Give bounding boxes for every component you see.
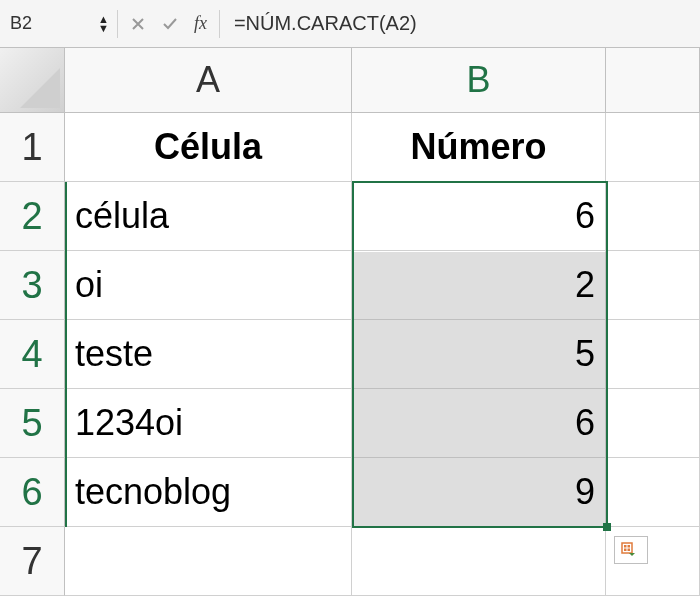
cell-B3[interactable]: 2 (352, 251, 606, 320)
confirm-icon[interactable] (158, 12, 182, 36)
cell-C3[interactable] (606, 251, 700, 320)
row-header-4[interactable]: 4 (0, 320, 65, 389)
cell-A4[interactable]: teste (65, 320, 352, 389)
divider (117, 10, 118, 38)
svg-rect-4 (628, 549, 631, 552)
autofill-options-button[interactable] (614, 536, 648, 564)
divider (219, 10, 220, 38)
cell-B6[interactable]: 9 (352, 458, 606, 527)
cell-B7[interactable] (352, 527, 606, 596)
cell-B5[interactable]: 6 (352, 389, 606, 458)
cell-A7[interactable] (65, 527, 352, 596)
formula-bar: B2 ▲ ▼ fx (0, 0, 700, 48)
spreadsheet: A B 1 Célula Número 2 célula 6 3 oi 2 4 … (0, 48, 700, 596)
svg-rect-3 (624, 549, 627, 552)
cell-C2[interactable] (606, 182, 700, 251)
row-header-6[interactable]: 6 (0, 458, 65, 527)
column-header-A[interactable]: A (65, 48, 352, 112)
cell-A6[interactable]: tecnoblog (65, 458, 352, 527)
column-header-B[interactable]: B (352, 48, 606, 112)
formula-input[interactable] (228, 12, 696, 35)
column-header-C[interactable] (606, 48, 700, 112)
cell-A1[interactable]: Célula (65, 113, 352, 182)
cell-B2[interactable]: 6 (352, 182, 606, 251)
chevron-down-icon[interactable]: ▼ (98, 24, 109, 33)
cell-A5[interactable]: 1234oi (65, 389, 352, 458)
cell-C5[interactable] (606, 389, 700, 458)
select-all-corner[interactable] (0, 48, 65, 112)
cell-B4[interactable]: 5 (352, 320, 606, 389)
name-box-stepper[interactable]: ▲ ▼ (98, 15, 109, 33)
row-header-1[interactable]: 1 (0, 113, 65, 182)
row-header-7[interactable]: 7 (0, 527, 65, 596)
row-header-2[interactable]: 2 (0, 182, 65, 251)
cell-A3[interactable]: oi (65, 251, 352, 320)
svg-rect-2 (628, 545, 631, 548)
row-header-5[interactable]: 5 (0, 389, 65, 458)
cell-C1[interactable] (606, 113, 700, 182)
cell-C6[interactable] (606, 458, 700, 527)
cell-B1[interactable]: Número (352, 113, 606, 182)
name-box[interactable]: B2 (4, 9, 94, 39)
cancel-icon[interactable] (126, 12, 150, 36)
svg-rect-0 (622, 543, 632, 553)
cell-A2[interactable]: célula (65, 182, 352, 251)
svg-rect-1 (624, 545, 627, 548)
cell-C4[interactable] (606, 320, 700, 389)
row-header-3[interactable]: 3 (0, 251, 65, 320)
fx-icon[interactable]: fx (190, 13, 211, 34)
